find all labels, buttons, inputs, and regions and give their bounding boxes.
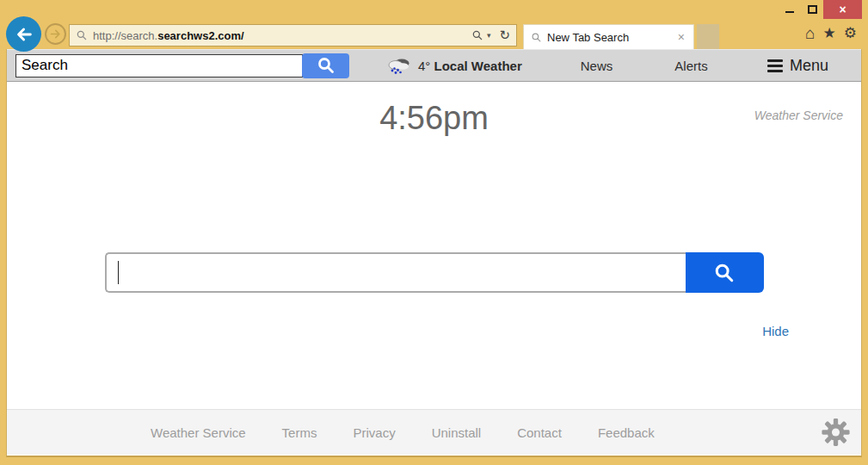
weather-text: 4° Local Weather xyxy=(418,59,522,73)
address-bar[interactable]: http://search.searchws2.com/ ▾ ↻ xyxy=(69,24,517,46)
minimize-icon xyxy=(785,11,794,13)
footer-link-uninstall[interactable]: Uninstall xyxy=(432,425,482,440)
main-search-input-wrap xyxy=(105,252,686,293)
url-text[interactable]: http://search.searchws2.com/ xyxy=(93,29,244,42)
home-icon[interactable]: ⌂ xyxy=(805,25,815,41)
news-link[interactable]: News xyxy=(581,59,613,73)
local-weather-link[interactable]: 4° Local Weather xyxy=(387,57,522,75)
navigation-bar: http://search.searchws2.com/ ▾ ↻ New Tab… xyxy=(0,22,868,49)
search-icon xyxy=(76,29,88,41)
new-tab-button[interactable] xyxy=(697,24,719,49)
toolbar-search-button[interactable] xyxy=(302,53,349,78)
alerts-link[interactable]: Alerts xyxy=(674,59,707,73)
hide-link[interactable]: Hide xyxy=(762,324,789,338)
service-label: Weather Service xyxy=(754,108,843,122)
menu-button[interactable]: Menu xyxy=(767,57,828,75)
main-search-button[interactable] xyxy=(686,252,764,293)
search-icon xyxy=(712,261,736,285)
star-icon[interactable]: ★ xyxy=(823,26,836,40)
page-frame: 4° Local Weather News Alerts Menu 4:56pm… xyxy=(6,49,862,457)
browser-window: × http://search.searchws2.com/ xyxy=(0,0,868,465)
toolbar-search-input[interactable] xyxy=(15,54,303,78)
maximize-icon xyxy=(808,5,817,14)
footer-link-privacy[interactable]: Privacy xyxy=(353,425,395,440)
main-search-input[interactable] xyxy=(105,252,686,293)
weather-cloud-icon xyxy=(387,57,411,75)
maximize-button[interactable] xyxy=(801,0,823,19)
tab-close-icon[interactable]: × xyxy=(676,30,686,44)
tab-title: New Tab Search xyxy=(547,31,676,44)
refresh-icon[interactable]: ↻ xyxy=(499,28,510,43)
settings-gear-icon[interactable] xyxy=(822,418,850,447)
url-prefix: http://search. xyxy=(93,29,157,42)
footer-link-terms[interactable]: Terms xyxy=(282,425,317,440)
clock-display: 4:56pm xyxy=(7,82,861,137)
search-icon xyxy=(531,32,542,43)
titlebar: × xyxy=(0,0,868,22)
search-icon[interactable] xyxy=(471,29,483,41)
weather-temp: 4° xyxy=(418,59,430,73)
browser-action-icons: ⌂ ★ ⚙ xyxy=(805,25,857,41)
footer-links: Weather Service Terms Privacy Uninstall … xyxy=(151,425,655,440)
url-domain: searchws2.com/ xyxy=(157,29,243,42)
page-content: 4:56pm Weather Service Hide xyxy=(7,82,861,409)
hamburger-icon xyxy=(767,59,783,72)
tab-new-tab-search[interactable]: New Tab Search × xyxy=(523,24,694,49)
gear-icon[interactable]: ⚙ xyxy=(844,26,857,40)
close-button[interactable]: × xyxy=(823,0,862,19)
menu-label: Menu xyxy=(790,57,828,75)
close-icon: × xyxy=(839,3,846,16)
main-search-form xyxy=(105,252,764,293)
footer-link-contact[interactable]: Contact xyxy=(517,425,562,440)
page-footer: Weather Service Terms Privacy Uninstall … xyxy=(7,409,861,455)
text-cursor xyxy=(118,261,120,284)
forward-arrow-icon xyxy=(49,28,62,40)
forward-button[interactable] xyxy=(45,23,66,45)
toolbar-search xyxy=(15,53,349,78)
weather-label: Local Weather xyxy=(434,59,522,73)
footer-link-feedback[interactable]: Feedback xyxy=(598,425,655,440)
back-button[interactable] xyxy=(6,16,41,52)
extension-toolbar: 4° Local Weather News Alerts Menu xyxy=(7,49,861,82)
window-controls: × xyxy=(779,0,862,19)
address-bar-actions: ▾ ↻ xyxy=(471,28,510,43)
search-icon xyxy=(316,55,336,76)
chevron-down-icon[interactable]: ▾ xyxy=(487,31,491,40)
back-arrow-icon xyxy=(15,25,34,44)
minimize-button[interactable] xyxy=(779,0,801,19)
footer-link-weather-service[interactable]: Weather Service xyxy=(151,425,246,440)
